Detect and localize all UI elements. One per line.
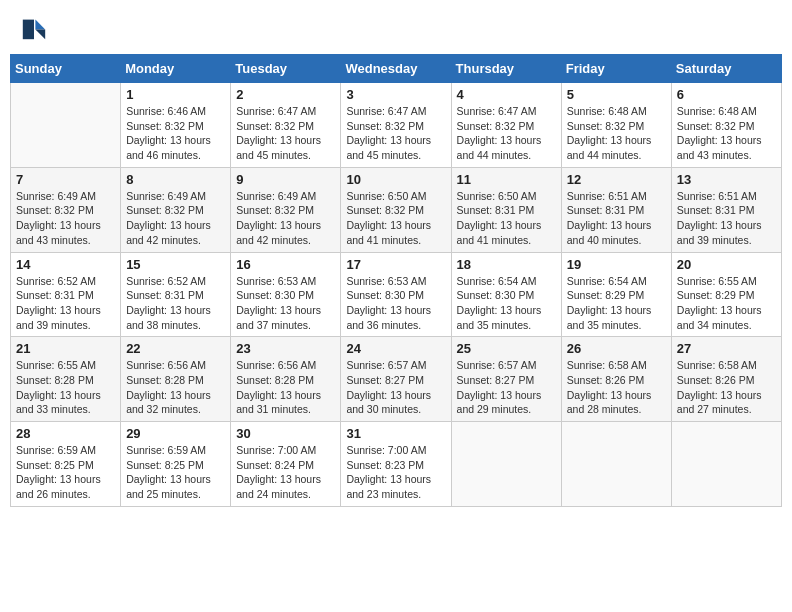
day-info: Sunrise: 6:56 AMSunset: 8:28 PMDaylight:… [126,358,225,417]
calendar-week-row: 28Sunrise: 6:59 AMSunset: 8:25 PMDayligh… [11,422,782,507]
day-number: 3 [346,87,445,102]
weekday-header-row: SundayMondayTuesdayWednesdayThursdayFrid… [11,55,782,83]
calendar-cell [451,422,561,507]
day-number: 2 [236,87,335,102]
calendar-cell: 21Sunrise: 6:55 AMSunset: 8:28 PMDayligh… [11,337,121,422]
calendar-cell: 18Sunrise: 6:54 AMSunset: 8:30 PMDayligh… [451,252,561,337]
calendar-cell: 23Sunrise: 6:56 AMSunset: 8:28 PMDayligh… [231,337,341,422]
day-info: Sunrise: 6:57 AMSunset: 8:27 PMDaylight:… [457,358,556,417]
calendar-table: SundayMondayTuesdayWednesdayThursdayFrid… [10,54,782,507]
day-number: 20 [677,257,776,272]
calendar-cell: 2Sunrise: 6:47 AMSunset: 8:32 PMDaylight… [231,83,341,168]
calendar-cell: 12Sunrise: 6:51 AMSunset: 8:31 PMDayligh… [561,167,671,252]
calendar-cell: 20Sunrise: 6:55 AMSunset: 8:29 PMDayligh… [671,252,781,337]
day-number: 11 [457,172,556,187]
weekday-header: Sunday [11,55,121,83]
logo-icon [20,14,48,42]
calendar-cell: 1Sunrise: 6:46 AMSunset: 8:32 PMDaylight… [121,83,231,168]
calendar-cell: 22Sunrise: 6:56 AMSunset: 8:28 PMDayligh… [121,337,231,422]
day-info: Sunrise: 6:53 AMSunset: 8:30 PMDaylight:… [236,274,335,333]
calendar-cell: 16Sunrise: 6:53 AMSunset: 8:30 PMDayligh… [231,252,341,337]
day-info: Sunrise: 6:47 AMSunset: 8:32 PMDaylight:… [457,104,556,163]
day-number: 23 [236,341,335,356]
day-number: 18 [457,257,556,272]
day-info: Sunrise: 6:49 AMSunset: 8:32 PMDaylight:… [236,189,335,248]
day-number: 1 [126,87,225,102]
calendar-cell: 17Sunrise: 6:53 AMSunset: 8:30 PMDayligh… [341,252,451,337]
weekday-header: Thursday [451,55,561,83]
logo [20,14,50,42]
day-number: 22 [126,341,225,356]
calendar-cell: 19Sunrise: 6:54 AMSunset: 8:29 PMDayligh… [561,252,671,337]
calendar-week-row: 1Sunrise: 6:46 AMSunset: 8:32 PMDaylight… [11,83,782,168]
calendar-cell: 26Sunrise: 6:58 AMSunset: 8:26 PMDayligh… [561,337,671,422]
day-number: 12 [567,172,666,187]
day-info: Sunrise: 6:54 AMSunset: 8:30 PMDaylight:… [457,274,556,333]
calendar-cell: 10Sunrise: 6:50 AMSunset: 8:32 PMDayligh… [341,167,451,252]
calendar-cell: 31Sunrise: 7:00 AMSunset: 8:23 PMDayligh… [341,422,451,507]
page-header [10,10,782,46]
day-info: Sunrise: 7:00 AMSunset: 8:24 PMDaylight:… [236,443,335,502]
day-info: Sunrise: 6:50 AMSunset: 8:32 PMDaylight:… [346,189,445,248]
day-info: Sunrise: 6:55 AMSunset: 8:28 PMDaylight:… [16,358,115,417]
day-info: Sunrise: 6:51 AMSunset: 8:31 PMDaylight:… [567,189,666,248]
calendar-cell [11,83,121,168]
day-info: Sunrise: 6:57 AMSunset: 8:27 PMDaylight:… [346,358,445,417]
day-info: Sunrise: 6:55 AMSunset: 8:29 PMDaylight:… [677,274,776,333]
day-info: Sunrise: 6:52 AMSunset: 8:31 PMDaylight:… [126,274,225,333]
day-info: Sunrise: 6:51 AMSunset: 8:31 PMDaylight:… [677,189,776,248]
calendar-cell: 8Sunrise: 6:49 AMSunset: 8:32 PMDaylight… [121,167,231,252]
calendar-cell [561,422,671,507]
weekday-header: Wednesday [341,55,451,83]
day-number: 16 [236,257,335,272]
day-number: 31 [346,426,445,441]
day-info: Sunrise: 6:50 AMSunset: 8:31 PMDaylight:… [457,189,556,248]
calendar-cell: 4Sunrise: 6:47 AMSunset: 8:32 PMDaylight… [451,83,561,168]
day-info: Sunrise: 7:00 AMSunset: 8:23 PMDaylight:… [346,443,445,502]
calendar-week-row: 7Sunrise: 6:49 AMSunset: 8:32 PMDaylight… [11,167,782,252]
weekday-header: Monday [121,55,231,83]
calendar-cell: 15Sunrise: 6:52 AMSunset: 8:31 PMDayligh… [121,252,231,337]
calendar-cell: 3Sunrise: 6:47 AMSunset: 8:32 PMDaylight… [341,83,451,168]
day-number: 26 [567,341,666,356]
weekday-header: Saturday [671,55,781,83]
calendar-cell: 9Sunrise: 6:49 AMSunset: 8:32 PMDaylight… [231,167,341,252]
calendar-cell: 14Sunrise: 6:52 AMSunset: 8:31 PMDayligh… [11,252,121,337]
weekday-header: Tuesday [231,55,341,83]
calendar-cell: 7Sunrise: 6:49 AMSunset: 8:32 PMDaylight… [11,167,121,252]
day-number: 4 [457,87,556,102]
calendar-cell: 11Sunrise: 6:50 AMSunset: 8:31 PMDayligh… [451,167,561,252]
day-info: Sunrise: 6:47 AMSunset: 8:32 PMDaylight:… [346,104,445,163]
calendar-cell: 28Sunrise: 6:59 AMSunset: 8:25 PMDayligh… [11,422,121,507]
day-number: 7 [16,172,115,187]
svg-rect-2 [23,20,34,40]
calendar-cell: 5Sunrise: 6:48 AMSunset: 8:32 PMDaylight… [561,83,671,168]
calendar-cell: 25Sunrise: 6:57 AMSunset: 8:27 PMDayligh… [451,337,561,422]
day-number: 28 [16,426,115,441]
calendar-cell: 27Sunrise: 6:58 AMSunset: 8:26 PMDayligh… [671,337,781,422]
day-info: Sunrise: 6:46 AMSunset: 8:32 PMDaylight:… [126,104,225,163]
calendar-cell: 30Sunrise: 7:00 AMSunset: 8:24 PMDayligh… [231,422,341,507]
day-info: Sunrise: 6:53 AMSunset: 8:30 PMDaylight:… [346,274,445,333]
calendar-cell: 29Sunrise: 6:59 AMSunset: 8:25 PMDayligh… [121,422,231,507]
day-number: 19 [567,257,666,272]
day-info: Sunrise: 6:58 AMSunset: 8:26 PMDaylight:… [677,358,776,417]
day-number: 25 [457,341,556,356]
day-info: Sunrise: 6:58 AMSunset: 8:26 PMDaylight:… [567,358,666,417]
weekday-header: Friday [561,55,671,83]
day-number: 27 [677,341,776,356]
day-number: 8 [126,172,225,187]
day-number: 21 [16,341,115,356]
day-info: Sunrise: 6:48 AMSunset: 8:32 PMDaylight:… [567,104,666,163]
day-info: Sunrise: 6:48 AMSunset: 8:32 PMDaylight:… [677,104,776,163]
svg-marker-1 [35,29,45,39]
day-info: Sunrise: 6:49 AMSunset: 8:32 PMDaylight:… [16,189,115,248]
day-info: Sunrise: 6:47 AMSunset: 8:32 PMDaylight:… [236,104,335,163]
day-number: 5 [567,87,666,102]
calendar-week-row: 21Sunrise: 6:55 AMSunset: 8:28 PMDayligh… [11,337,782,422]
day-number: 15 [126,257,225,272]
day-info: Sunrise: 6:52 AMSunset: 8:31 PMDaylight:… [16,274,115,333]
day-info: Sunrise: 6:56 AMSunset: 8:28 PMDaylight:… [236,358,335,417]
day-info: Sunrise: 6:59 AMSunset: 8:25 PMDaylight:… [126,443,225,502]
day-number: 24 [346,341,445,356]
